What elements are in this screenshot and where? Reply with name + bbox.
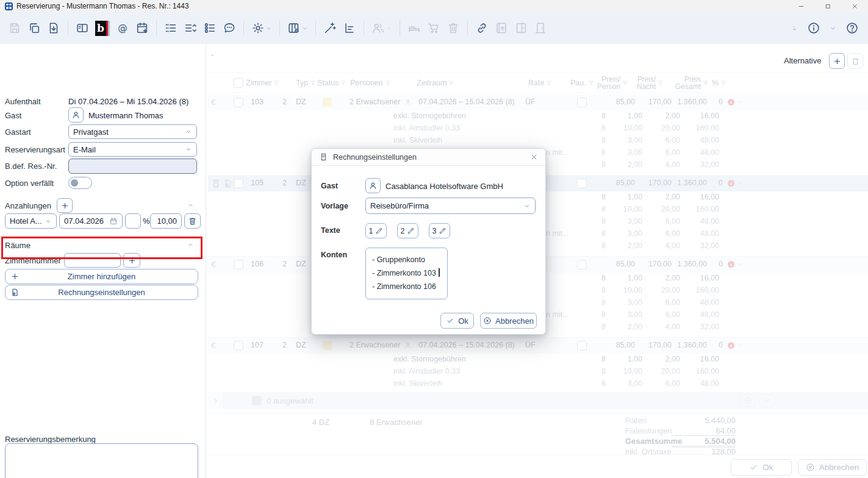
filter-funnel-icon[interactable] <box>340 80 346 86</box>
copy-icon[interactable] <box>24 17 44 39</box>
gastart-select[interactable]: Privatgast <box>68 124 197 139</box>
checklist-icon[interactable] <box>200 17 220 39</box>
column-header[interactable]: Preis/Nacht <box>637 73 664 93</box>
filter-funnel-icon[interactable] <box>622 80 628 86</box>
close-icon[interactable] <box>530 153 538 161</box>
door-closed-icon[interactable] <box>531 17 550 39</box>
row-checkbox[interactable] <box>234 98 243 107</box>
calendar-plus-icon[interactable] <box>132 17 152 39</box>
reservation-cancel-button[interactable]: Abbrechen <box>798 459 867 476</box>
pauschale-checkbox[interactable] <box>577 260 587 269</box>
list-icon[interactable] <box>161 17 181 39</box>
filter-funnel-icon[interactable] <box>273 80 279 86</box>
filter-funnel-icon[interactable] <box>588 80 594 86</box>
chevron-down-icon[interactable] <box>265 25 272 32</box>
column-header[interactable]: Status <box>317 73 346 93</box>
text-edit-button-2[interactable]: 2 <box>397 223 418 238</box>
column-header[interactable]: Preis/Person <box>597 73 628 93</box>
pauschale-checkbox[interactable] <box>577 179 587 188</box>
header-select-all-checkbox[interactable] <box>234 78 243 88</box>
filter-funnel-icon[interactable] <box>546 80 552 86</box>
column-header[interactable]: PreisGesamt <box>675 73 709 93</box>
filter-funnel-icon[interactable] <box>310 80 316 86</box>
chevron-down-icon[interactable] <box>386 25 392 32</box>
column-header[interactable]: Rate <box>528 73 552 93</box>
gear-icon[interactable] <box>248 17 275 39</box>
book-export-icon[interactable] <box>492 17 511 39</box>
column-header[interactable]: Personen <box>350 73 391 93</box>
reservierungsart-select[interactable]: E-Mail <box>68 142 197 157</box>
row-checkbox[interactable] <box>234 341 243 351</box>
dialog-cancel-button[interactable]: Abbrechen <box>480 313 537 329</box>
column-header[interactable]: Typ <box>296 73 316 93</box>
cart-icon[interactable] <box>424 17 443 39</box>
rechnungseinstellungen-button[interactable]: Rechnungseinstellungen <box>5 285 198 300</box>
column-header[interactable]: Zimmer <box>246 73 279 93</box>
info-icon[interactable] <box>804 17 823 39</box>
guest-person-icon[interactable] <box>68 107 84 123</box>
deposit-type-select[interactable]: Hotel A... <box>5 213 57 229</box>
filter-funnel-icon[interactable] <box>720 80 726 86</box>
file-down-icon[interactable] <box>44 17 63 39</box>
filter-funnel-icon[interactable] <box>448 80 454 86</box>
add-alternative-button[interactable] <box>829 53 845 69</box>
collapse-anzahlungen-icon[interactable] <box>187 201 195 209</box>
table-row[interactable]: € 107 2 DZ 2 Erwachsener 07.04.2026 – 15… <box>208 338 868 354</box>
chevron-down-icon[interactable] <box>301 25 308 32</box>
id-booklet-icon[interactable] <box>73 17 92 39</box>
close-icon[interactable] <box>841 0 868 12</box>
select-all-checkbox[interactable] <box>252 396 262 405</box>
hierarchy-icon[interactable] <box>340 17 359 39</box>
people-icon[interactable] <box>368 17 395 39</box>
add-deposit-button[interactable] <box>57 198 73 213</box>
text-edit-button-3[interactable]: 3 <box>429 223 450 238</box>
maximize-icon[interactable] <box>814 0 841 12</box>
row-checkbox[interactable] <box>234 260 243 269</box>
pauschale-checkbox[interactable] <box>577 98 587 107</box>
row-info-icon[interactable] <box>726 260 742 269</box>
reservation-ok-button[interactable]: Ok <box>731 459 792 476</box>
column-header[interactable]: Zeitraum <box>417 73 454 93</box>
add-room-number-button[interactable] <box>123 253 140 268</box>
reservierungsbemerkung-textarea[interactable] <box>5 443 198 478</box>
columns-gear-icon[interactable] <box>284 17 311 39</box>
b-logo-icon[interactable]: b <box>92 17 113 39</box>
at-sign-icon[interactable]: @ <box>113 17 132 39</box>
trash-icon[interactable] <box>443 17 463 39</box>
link-icon[interactable] <box>472 17 492 39</box>
save-icon[interactable] <box>5 17 24 39</box>
zimmer-hinzufuegen-button[interactable]: Zimmer hinzufügen <box>5 269 198 284</box>
delete-alternative-button[interactable] <box>847 53 863 69</box>
door-open-icon[interactable] <box>511 17 531 39</box>
option-verfaellt-toggle[interactable] <box>68 177 92 189</box>
deposit-percent-input[interactable] <box>125 213 141 229</box>
delete-deposit-button[interactable] <box>184 213 201 229</box>
row-info-icon[interactable] <box>726 98 742 107</box>
row-checkbox[interactable] <box>234 179 243 188</box>
dialog-titlebar[interactable]: Rechnungseinstellungen <box>312 149 545 166</box>
column-header[interactable]: % <box>712 73 726 93</box>
selection-confirm-icon[interactable] <box>759 394 775 407</box>
filter-funnel-icon[interactable] <box>703 80 709 86</box>
konto-list-item[interactable]: - Zimmerkonto 103 <box>372 266 447 280</box>
filter-funnel-icon[interactable] <box>385 80 391 86</box>
dialog-guest-person-icon[interactable] <box>365 178 381 193</box>
collapse-raeume-icon[interactable] <box>187 241 195 249</box>
chat-icon[interactable] <box>220 17 239 39</box>
expand-selection-icon[interactable] <box>208 392 224 409</box>
caret-down-icon[interactable] <box>826 17 840 39</box>
vorlage-select[interactable]: Reisebüro/Firma <box>365 198 536 214</box>
deposit-amount-input[interactable] <box>150 213 182 229</box>
magic-wand-icon[interactable] <box>320 17 340 39</box>
column-header[interactable]: Pau. <box>570 73 594 93</box>
dialog-ok-button[interactable]: Ok <box>440 313 474 329</box>
help-icon[interactable] <box>842 17 862 39</box>
table-row[interactable]: € 103 2 DZ 2 Erwachsener 07.04.2026 – 15… <box>208 95 868 110</box>
konto-list-item[interactable]: - Gruppenkonto <box>372 253 447 266</box>
zimmernummer-input[interactable] <box>64 253 121 268</box>
bdef-res-nr-input[interactable] <box>68 159 197 174</box>
deposit-date-input[interactable]: 07.04.2026 <box>59 213 123 229</box>
minimize-icon[interactable] <box>787 0 814 12</box>
row-info-icon[interactable] <box>726 179 742 188</box>
more-dot-icon[interactable] <box>787 17 802 39</box>
